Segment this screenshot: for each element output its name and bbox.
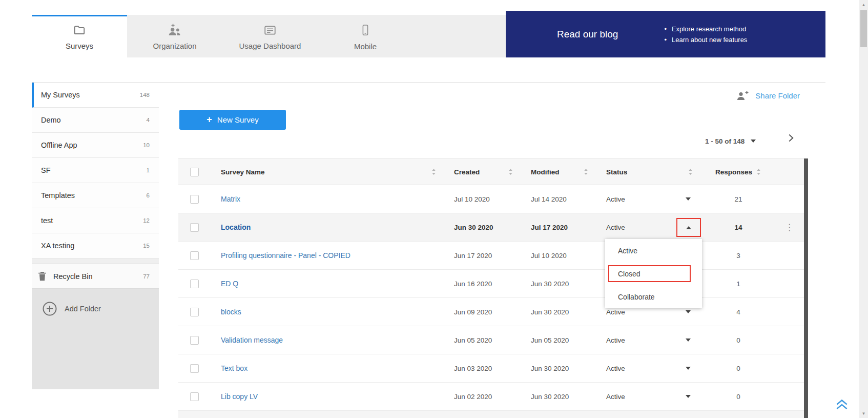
responses-cell: 4 [700, 308, 777, 316]
created-date: Jun 03 2020 [454, 365, 492, 372]
modified-date: Jun 30 2020 [531, 365, 569, 372]
survey-name-link[interactable]: Profiling questionnaire - Panel - COPIED [221, 251, 350, 260]
highlight-red-frame [608, 265, 691, 282]
column-header-label: Created [454, 168, 480, 176]
sidebar-item-offline-app[interactable]: Offline App10 [32, 133, 159, 158]
sidebar-item-test[interactable]: test12 [32, 208, 159, 233]
row-checkbox[interactable] [190, 308, 199, 316]
survey-name-link[interactable]: Validation message [221, 336, 283, 344]
responses-count: 14 [734, 224, 742, 231]
modified-cell: Jun 30 2020 [520, 392, 595, 401]
tab-surveys[interactable]: Surveys [32, 15, 127, 57]
sort-icon [508, 168, 513, 175]
sidebar-item-demo[interactable]: Demo4 [32, 108, 159, 133]
survey-name-link[interactable]: ED Q [221, 280, 238, 288]
folder-label: XA testing [41, 242, 74, 250]
responses-count: 21 [734, 195, 742, 203]
pagination-range-label: 1 - 50 of 148 [705, 137, 745, 145]
created-cell: Jun 16 2020 [443, 279, 520, 288]
column-header-created[interactable]: Created [443, 159, 520, 185]
row-checkbox[interactable] [190, 392, 199, 401]
modified-cell: Jun 30 2020 [520, 307, 595, 316]
column-header-responses[interactable]: Responses [700, 159, 777, 185]
tab-mobile[interactable]: Mobile [318, 15, 413, 57]
pagination-dropdown-caret[interactable] [751, 140, 756, 143]
created-date: Jul 10 2020 [454, 195, 490, 203]
modified-date: Jun 05 2020 [531, 336, 569, 344]
tab-label: Surveys [66, 42, 93, 50]
blog-banner[interactable]: Read our blog Explore research methodLea… [506, 11, 825, 57]
select-all-checkbox[interactable] [190, 168, 199, 176]
status-caret-down-icon[interactable] [686, 395, 691, 398]
created-cell: Jun 30 2020 [443, 223, 520, 232]
table-scrollbar-thumb[interactable] [804, 158, 808, 418]
status-caret-down-icon[interactable] [686, 339, 691, 342]
sidebar-item-my-surveys[interactable]: My Surveys148 [32, 83, 159, 108]
survey-name-link[interactable]: Text box [221, 364, 247, 372]
row-checkbox[interactable] [190, 195, 199, 204]
new-survey-button[interactable]: + New Survey [179, 110, 286, 130]
sidebar-item-sf[interactable]: SF1 [32, 158, 159, 183]
status-value: Active [606, 336, 625, 344]
modified-date: Jul 14 2020 [531, 195, 567, 203]
row-checkbox[interactable] [190, 336, 199, 345]
row-checkbox-cell [178, 185, 210, 213]
status-option-closed[interactable]: Closed [605, 262, 702, 285]
share-folder-label: Share Folder [755, 91, 800, 100]
tab-organization[interactable]: Organization [127, 15, 222, 57]
row-checkbox[interactable] [190, 223, 199, 232]
status-caret-down-icon[interactable] [686, 367, 691, 370]
modified-date: Jul 10 2020 [531, 252, 567, 260]
created-date: Jun 09 2020 [454, 308, 492, 316]
sidebar-item-templates[interactable]: Templates6 [32, 183, 159, 208]
scroll-to-top-button[interactable] [834, 397, 850, 411]
row-checkbox[interactable] [190, 364, 199, 373]
banner-bullet-list: Explore research methodLearn about new f… [664, 22, 747, 47]
created-cell: Jun 09 2020 [443, 307, 520, 316]
status-dropdown-highlight-box[interactable] [676, 218, 701, 237]
sort-icon [431, 168, 436, 175]
sidebar-item-xa-testing[interactable]: XA testing15 [32, 233, 159, 258]
row-checkbox[interactable] [190, 280, 199, 288]
survey-name-link[interactable]: blocks [221, 308, 241, 316]
created-date: Jun 17 2020 [454, 252, 492, 260]
responses-count: 0 [736, 336, 740, 344]
page-scrollbar: ▲ ▼ [859, 0, 868, 418]
folder-label: test [41, 216, 53, 225]
survey-name-link[interactable]: Location [221, 223, 251, 231]
tab-label: Mobile [354, 42, 377, 51]
header-checkbox-cell [178, 159, 210, 185]
responses-cell: 14 [700, 224, 777, 231]
table-scrollbar [804, 158, 808, 418]
row-menu-icon[interactable]: ⋮ [785, 222, 794, 233]
survey-name-link[interactable]: Lib copy LV [221, 392, 258, 401]
main-content: Share Folder + New Survey 1 - 50 of 148 … [159, 83, 825, 418]
modified-date: Jun 30 2020 [531, 280, 569, 288]
table-row: LocationJun 30 2020Jul 17 2020Active14⋮ [178, 213, 804, 242]
status-option-collaborate[interactable]: Collaborate [605, 285, 702, 308]
column-header-status[interactable]: Status [595, 159, 700, 185]
chevron-right-icon [785, 132, 796, 144]
banner-title[interactable]: Read our blog [557, 29, 618, 40]
scrollbar-up-arrow-icon[interactable]: ▲ [859, 1, 868, 8]
add-folder-button[interactable]: Add Folder [32, 301, 159, 316]
row-checkbox-cell [178, 242, 210, 269]
next-page-button[interactable] [785, 132, 796, 144]
table-row: MatrixJul 10 2020Jul 14 2020Active21 [178, 185, 804, 213]
status-value: Active [606, 308, 625, 316]
status-option-active[interactable]: Active [605, 239, 702, 262]
row-checkbox[interactable] [190, 251, 199, 260]
survey-name-link[interactable]: Matrix [221, 195, 240, 203]
page-scrollbar-thumb[interactable] [860, 10, 867, 47]
column-header-survey-name[interactable]: Survey Name [210, 159, 443, 185]
status-caret-up-icon[interactable] [686, 226, 691, 229]
scrollbar-down-arrow-icon[interactable]: ▼ [859, 410, 868, 417]
share-folder-link[interactable]: Share Folder [736, 90, 800, 101]
tab-usage-dashboard[interactable]: Usage Dashboard [222, 15, 318, 57]
status-caret-down-icon[interactable] [686, 197, 691, 201]
sidebar-item-recycle-bin[interactable]: Recycle Bin 77 [32, 264, 159, 289]
sort-icon [688, 168, 693, 175]
status-caret-down-icon[interactable] [686, 310, 691, 313]
responses-count: 1 [736, 280, 740, 288]
column-header-modified[interactable]: Modified [520, 159, 595, 185]
